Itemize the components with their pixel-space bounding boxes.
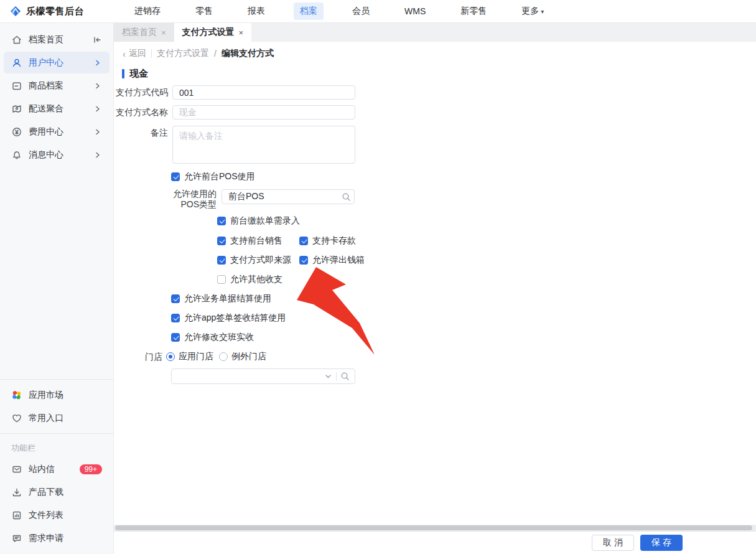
logo-diamond-icon [10,6,21,17]
nav-item-new-retail[interactable]: 新零售 [454,2,493,20]
section-title: 现金 [129,68,148,80]
sidebar-item-app-market[interactable]: 应用市场 [4,384,110,406]
checkbox-icon[interactable] [299,256,308,265]
app-market-icon [11,390,22,401]
radio-icon[interactable] [166,352,175,361]
checkbox-icon[interactable] [299,237,308,245]
checkbox-label: 允许修改交班实收 [184,332,254,343]
checkbox-card-deposit[interactable]: 支持卡存款 [299,235,356,246]
mail-icon [11,464,22,475]
back-button[interactable]: ‹ 返回 [123,48,146,59]
sidebar-item-label: 消息中心 [29,149,87,161]
sidebar-divider [0,433,113,434]
pos-type-input[interactable] [222,189,355,204]
sidebar-item-goods-archive[interactable]: 商品档案 [4,75,110,96]
tab-archive-home[interactable]: 档案首页 × [114,23,174,42]
sidebar-item-user-center[interactable]: 用户中心 [4,52,110,73]
cancel-button[interactable]: 取消 [592,535,634,551]
home-icon [11,34,22,45]
heart-icon [11,413,22,424]
nav-item-wms[interactable]: WMS [398,3,432,19]
tab-label: 支付方式设置 [182,27,235,38]
breadcrumb-parent[interactable]: 支付方式设置 [157,48,209,59]
checkbox-icon[interactable] [171,333,180,342]
chevron-right-icon [93,59,102,67]
sidebar-item-label: 档案首页 [29,34,86,45]
radio-apply-store[interactable]: 应用门店 [166,351,213,362]
checkbox-app-sign-settle[interactable]: 允许app签单签收结算使用 [171,312,286,324]
radio-exception-store[interactable]: 例外门店 [219,351,266,362]
radio-label: 例外门店 [231,351,266,362]
checkbox-icon[interactable] [171,294,180,303]
sidebar-item-label: 站内信 [29,464,73,475]
checkbox-popup-cashbox[interactable]: 允许弹出钱箱 [299,255,365,266]
checkbox-business-settle[interactable]: 允许业务单据结算使用 [171,293,271,304]
code-field-label: 支付方式代码 [114,87,168,98]
checkbox-front-sale[interactable]: 支持前台销售 [217,235,282,246]
sidebar-item-favorites[interactable]: 常用入口 [4,407,110,429]
app-logo[interactable]: 乐檬零售后台 [10,6,114,17]
sidebar-item-message-center[interactable]: 消息中心 [4,144,110,166]
tab-payment-settings[interactable]: 支付方式设置 × [174,23,252,42]
remark-textarea[interactable] [172,126,355,164]
checkbox-icon[interactable] [217,256,226,265]
checkbox-icon[interactable] [171,172,180,181]
sidebar: 档案首页 用户中心 商品档案 配送聚合 费用中心 消息中心 [0,23,114,554]
checkbox-icon[interactable] [217,217,226,225]
checkbox-modify-shift[interactable]: 允许修改交班实收 [171,332,254,343]
back-label: 返回 [129,48,146,59]
sidebar-item-label: 费用中心 [29,126,87,138]
sidebar-item-archive-home[interactable]: 档案首页 [4,29,110,50]
checkbox-payment-source[interactable]: 支付方式即来源 [217,255,291,266]
close-icon[interactable]: × [161,28,166,37]
checkbox-label: 允许其他收支 [230,274,282,285]
sidebar-item-inbox[interactable]: 站内信 99+ [4,458,110,480]
payment-code-input[interactable] [172,85,355,100]
nav-item-archive[interactable]: 档案 [294,2,324,20]
radio-icon[interactable] [219,352,228,361]
checkbox-payment-entry[interactable]: 前台缴款单需录入 [217,215,300,227]
sidebar-item-expense-center[interactable]: 费用中心 [4,121,110,143]
nav-item-more[interactable]: 更多▾ [515,2,550,20]
checkbox-icon[interactable] [217,237,226,245]
save-button[interactable]: 保存 [640,535,683,551]
sidebar-item-label: 用户中心 [29,57,87,68]
expense-yen-icon [11,126,22,138]
checkbox-label: 允许app签单签收结算使用 [184,312,286,324]
sidebar-item-file-list[interactable]: 文件列表 [4,504,110,526]
radio-label: 应用门店 [179,351,213,362]
sidebar-item-delivery[interactable]: 配送聚合 [4,98,110,120]
nav-item-retail[interactable]: 零售 [189,2,219,20]
chevron-right-icon [93,82,102,90]
chevron-right-icon [93,151,102,159]
chevron-down-icon[interactable] [324,372,332,380]
topbar: 乐檬零售后台 进销存 零售 报表 档案 会员 WMS 新零售 更多▾ [0,0,756,23]
request-comment-icon [11,533,22,544]
payment-name-input[interactable] [172,105,355,120]
checkbox-label: 支付方式即来源 [230,255,291,266]
chevron-left-icon: ‹ [123,49,126,59]
nav-item-report[interactable]: 报表 [241,2,271,20]
checkbox-icon[interactable] [171,314,180,322]
horizontal-scrollbar[interactable] [114,525,756,531]
nav-item-purchase[interactable]: 进销存 [128,2,167,20]
checkbox-label: 前台缴款单需录入 [230,215,300,227]
search-icon[interactable] [342,192,351,202]
checkbox-label: 允许弹出钱箱 [312,255,365,266]
sidebar-item-request[interactable]: 需求申请 [4,527,110,549]
page-title: 编辑支付方式 [222,48,274,59]
checkbox-label: 允许前台POS使用 [184,171,255,182]
checkbox-icon[interactable] [217,275,226,284]
close-icon[interactable]: × [239,28,244,37]
checkbox-other-income[interactable]: 允许其他收支 [217,274,282,285]
scrollbar-thumb[interactable] [115,525,752,530]
nav-item-member[interactable]: 会员 [346,2,376,20]
search-icon[interactable] [340,372,350,381]
checkbox-allow-pos-use[interactable]: 允许前台POS使用 [171,171,255,182]
remark-field-label: 备注 [114,128,168,138]
sidebar-item-product-download[interactable]: 产品下载 [4,481,110,503]
store-label: 门店 [114,352,162,362]
collapse-sidebar-icon[interactable] [92,35,102,45]
store-select[interactable] [171,369,355,384]
name-field-label: 支付方式名称 [114,107,168,118]
